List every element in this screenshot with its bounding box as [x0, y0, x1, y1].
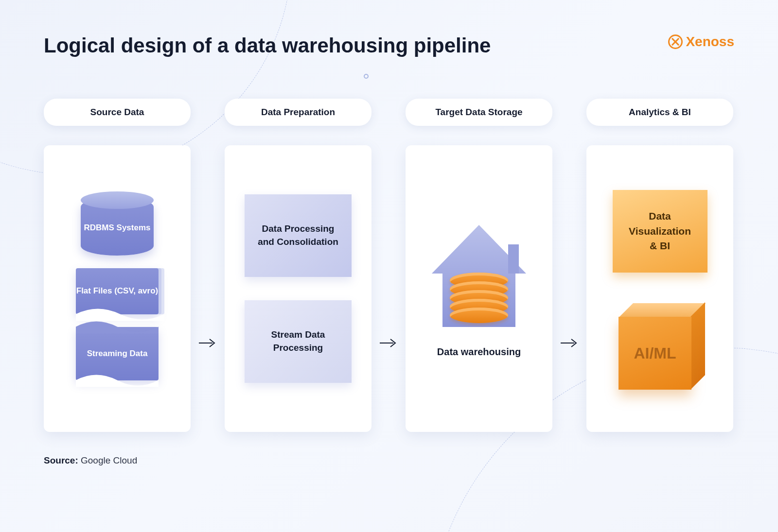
flat-files-label: Flat Files (CSV, avro) — [76, 286, 158, 296]
brand-logo-text: Xenoss — [686, 34, 734, 50]
stream-processing-box: Stream Data Processing — [245, 300, 352, 383]
stage-header-target: Target Data Storage — [406, 99, 552, 126]
arrow-right-icon — [198, 337, 217, 349]
rdbms-icon: RDBMS Systems — [81, 197, 154, 256]
stage-body-source: RDBMS Systems Flat Files (CSV, avro) Str… — [44, 145, 191, 432]
source-value: Google Cloud — [78, 455, 137, 465]
arrow-1 — [191, 254, 225, 432]
header: Logical design of a data warehousing pip… — [44, 34, 734, 57]
rdbms-label: RDBMS Systems — [84, 220, 151, 233]
data-viz-bi-label: Data Visualization & BI — [625, 209, 695, 253]
streaming-data-label: Streaming Data — [87, 349, 148, 359]
brand-logo: Xenoss — [668, 34, 734, 50]
brand-logo-icon — [668, 34, 683, 49]
batch-processing-box: Data Processing and Consolidation — [245, 194, 352, 277]
arrow-right-icon — [560, 337, 579, 349]
stage-body-target: Data warehousing — [406, 145, 552, 432]
stage-analytics-bi: Analytics & BI Data Visualization & BI A… — [586, 99, 733, 432]
batch-processing-label: Data Processing and Consolidation — [255, 223, 341, 248]
arrow-right-icon — [379, 337, 398, 349]
source-attribution: Source: Google Cloud — [44, 455, 734, 466]
stage-header-prep: Data Preparation — [225, 99, 371, 126]
arrow-3 — [552, 254, 586, 432]
stage-header-source: Source Data — [44, 99, 191, 126]
disk-stack-icon — [450, 273, 508, 323]
rdbms-cylinder: RDBMS Systems — [81, 197, 154, 256]
stage-target-storage: Target Data Storage — [406, 99, 552, 432]
ai-ml-label: AI/ML — [634, 344, 676, 362]
stage-body-analytics: Data Visualization & BI AI/ML — [586, 145, 733, 432]
svg-rect-3 — [508, 244, 519, 274]
stage-source-data: Source Data RDBMS Systems Flat Files (CS… — [44, 99, 191, 432]
stage-body-prep: Data Processing and Consolidation Stream… — [225, 145, 371, 432]
stage-data-preparation: Data Preparation Data Processing and Con… — [225, 99, 371, 432]
warehouse-label: Data warehousing — [437, 346, 521, 358]
arrow-2 — [371, 254, 406, 432]
flat-files-icon: Flat Files (CSV, avro) — [76, 268, 159, 314]
diagram-root: Logical design of a data warehousing pip… — [0, 0, 778, 485]
warehouse-graphic: Data warehousing — [423, 220, 535, 358]
data-viz-bi-box: Data Visualization & BI — [613, 190, 707, 273]
ai-ml-cube: AI/ML — [619, 305, 701, 387]
stage-header-analytics: Analytics & BI — [586, 99, 733, 126]
source-label: Source: — [44, 455, 78, 465]
streaming-data-icon: Streaming Data — [76, 327, 159, 380]
stream-processing-label: Stream Data Processing — [255, 328, 341, 354]
warehouse-house-icon — [423, 220, 535, 332]
pipeline: Source Data RDBMS Systems Flat Files (CS… — [44, 99, 734, 432]
page-title: Logical design of a data warehousing pip… — [44, 34, 491, 57]
